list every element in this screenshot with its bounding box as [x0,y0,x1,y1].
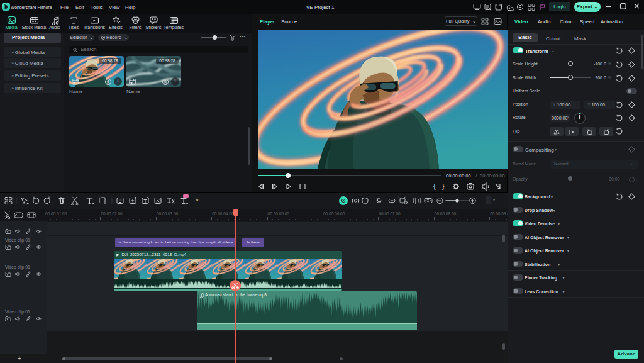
svg-text:}: } [442,182,445,190]
svg-text:{: { [433,182,436,190]
